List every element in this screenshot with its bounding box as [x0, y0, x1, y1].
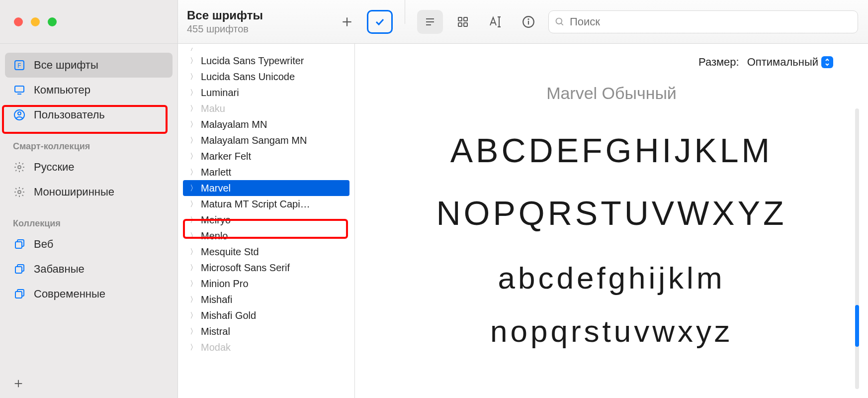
size-slider-thumb[interactable] [855, 305, 859, 347]
preview-line: ABCDEFGHIJKLM [375, 131, 848, 170]
sidebar-item[interactable]: Современные [0, 282, 177, 306]
svg-rect-20 [15, 86, 24, 92]
sidebar-item[interactable]: Компьютер [0, 78, 177, 102]
font-list-item[interactable]: 〉Malayalam MN [178, 116, 354, 132]
font-list-item[interactable]: 〉Mishafi [178, 292, 354, 307]
svg-rect-28 [15, 292, 22, 298]
font-list-item[interactable]: 〉Lucida Sans Unicode [178, 69, 354, 85]
size-row: Размер: Оптимальный [375, 44, 848, 69]
font-name: Matura MT Script Capi… [201, 199, 310, 210]
preview-line: nopqrstuvwxyz [375, 313, 848, 349]
font-list-item[interactable]: 〉Marker Felt [178, 148, 354, 164]
svg-point-16 [556, 18, 562, 24]
preview-line: abcdefghijklm [375, 260, 848, 296]
chevron-right-icon: 〉 [190, 152, 195, 161]
preview-title: Marvel Обычный [375, 84, 848, 103]
size-value: Оптимальный [747, 56, 818, 69]
chevron-right-icon: 〉 [190, 343, 195, 352]
add-collection-button[interactable] [13, 378, 24, 389]
font-list-item[interactable]: 〉Mishafi Gold [178, 307, 354, 323]
font-list-item[interactable]: 〉Lucida Sans [178, 48, 354, 53]
font-list-item[interactable]: 〉Mistral [178, 323, 354, 339]
chevron-right-icon: 〉 [190, 168, 195, 177]
font-name: Microsoft Sans Serif [201, 262, 290, 274]
font-list-item[interactable]: 〉Malayalam Sangam MN [178, 132, 354, 148]
search-input[interactable] [570, 15, 852, 28]
chevron-right-icon: 〉 [190, 263, 195, 273]
font-list-item[interactable]: 〉Lucida Sans Typewriter [178, 53, 354, 69]
font-name: Marvel [201, 183, 231, 194]
zoom-window-button[interactable] [48, 17, 57, 26]
font-name: Minion Pro [201, 278, 249, 290]
search-field[interactable] [548, 10, 858, 33]
chevron-right-icon: 〉 [190, 184, 195, 193]
info-button[interactable] [516, 10, 541, 34]
chevron-right-icon: 〉 [190, 231, 195, 241]
sidebar-item-label: Русские [34, 161, 75, 174]
toolbar-separator [405, 0, 405, 24]
sidebar-item[interactable]: Пользователь [0, 102, 177, 127]
sidebar: FВсе шрифтыКомпьютерПользователь Смарт-к… [0, 44, 178, 398]
chevron-right-icon: 〉 [190, 104, 195, 113]
view-custom-button[interactable] [483, 10, 509, 34]
font-name: Maku [201, 103, 225, 114]
close-window-button[interactable] [14, 17, 23, 26]
search-icon [555, 17, 565, 27]
sidebar-item[interactable]: Моноширинные [0, 180, 177, 204]
font-list-item[interactable]: 〉Luminari [178, 85, 354, 100]
font-list-item[interactable]: 〉Maku [178, 100, 354, 116]
user-circle-icon [13, 108, 26, 121]
svg-text:F: F [17, 62, 21, 69]
font-name: Lucida Sans Typewriter [201, 55, 304, 67]
font-name: Marker Felt [201, 151, 251, 162]
sidebar-item[interactable]: Веб [0, 232, 177, 257]
chevron-right-icon: 〉 [190, 120, 195, 129]
sidebar-item[interactable]: Забавные [0, 257, 177, 282]
minimize-window-button[interactable] [31, 17, 40, 26]
svg-point-15 [528, 19, 528, 19]
stack-icon [13, 288, 26, 300]
window-title: Все шрифты [187, 8, 318, 22]
window-controls [0, 0, 178, 43]
font-list-item[interactable]: 〉Matura MT Script Capi… [178, 196, 354, 212]
font-name: Lucida Sans Unicode [201, 71, 295, 83]
sidebar-heading-smart: Смарт-коллекция [0, 141, 177, 152]
chevron-right-icon: 〉 [190, 279, 195, 289]
enable-toggle-button[interactable] [367, 10, 393, 34]
font-list-item[interactable]: 〉Mesquite Std [178, 244, 354, 260]
font-name: Mishafi Gold [201, 310, 256, 321]
add-button[interactable] [334, 10, 360, 34]
stack-icon [13, 263, 26, 276]
chevron-right-icon: 〉 [190, 88, 195, 98]
font-name: Marlett [201, 167, 231, 178]
svg-rect-26 [15, 242, 22, 248]
svg-point-24 [18, 166, 21, 169]
font-list[interactable]: 〉Lucida Sans〉Lucida Sans Typewriter〉Luci… [178, 44, 355, 398]
sidebar-item-label: Забавные [34, 263, 85, 276]
font-name: Luminari [201, 87, 239, 99]
chevron-right-icon: 〉 [190, 247, 195, 257]
font-name: Mishafi [201, 294, 232, 305]
toolbar-group-add [327, 0, 400, 43]
font-list-item[interactable]: 〉Modak [178, 339, 354, 355]
view-grid-button[interactable] [450, 10, 476, 34]
gear-icon [13, 161, 26, 174]
font-list-item[interactable]: 〉Meiryo [178, 212, 354, 228]
view-sample-button[interactable] [417, 10, 443, 34]
chevron-right-icon: 〉 [190, 327, 195, 336]
font-list-item[interactable]: 〉Marvel [183, 180, 349, 196]
size-slider-track[interactable] [855, 108, 859, 389]
font-list-item[interactable]: 〉Menlo [178, 228, 354, 244]
font-list-item[interactable]: 〉Minion Pro [178, 276, 354, 292]
chevron-updown-icon [821, 56, 833, 68]
font-list-item[interactable]: 〉Marlett [178, 164, 354, 180]
size-select[interactable]: Оптимальный [747, 56, 833, 69]
sidebar-item[interactable]: Русские [0, 155, 177, 180]
chevron-right-icon: 〉 [190, 295, 195, 304]
font-name: Meiryo [201, 214, 231, 226]
chevron-right-icon: 〉 [190, 311, 195, 320]
sidebar-item[interactable]: FВсе шрифты [5, 53, 173, 78]
font-list-item[interactable]: 〉Microsoft Sans Serif [178, 260, 354, 276]
window-subtitle: 455 шрифтов [187, 23, 318, 35]
search-wrap [548, 0, 868, 43]
